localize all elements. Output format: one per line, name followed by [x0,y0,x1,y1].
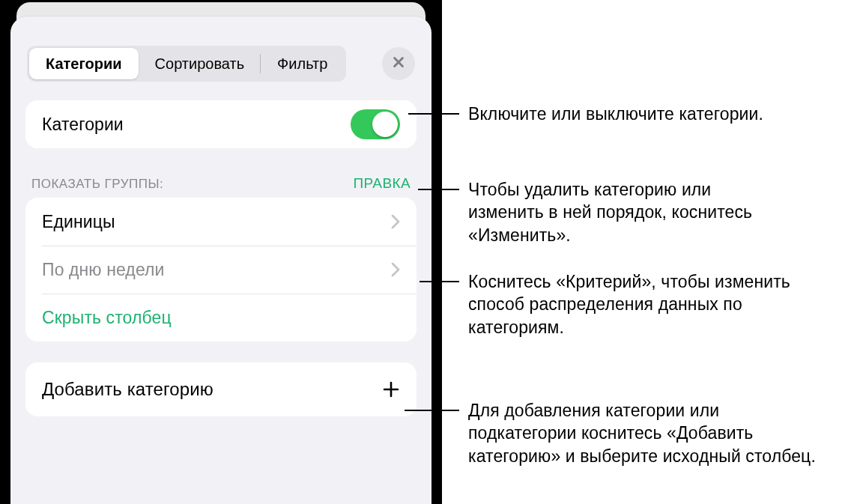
add-category-card: Добавить категорию [25,362,417,416]
categories-toggle-row: Категории [25,100,417,148]
tab-filter-label: Фильтр [277,55,327,73]
add-category-label: Добавить категорию [42,379,213,400]
callout-leader [408,113,459,115]
callout-leader [405,410,459,411]
hide-column-label: Скрыть столбец [42,308,172,328]
groups-section-title: ПОКАЗАТЬ ГРУППЫ: [31,177,163,192]
group-row-1-label: По дню недели [42,260,164,280]
sheet-header: Категории Сортировать Фильтр [10,16,431,87]
add-category-row[interactable]: Добавить категорию [25,362,417,416]
group-row-0[interactable]: Единицы [25,198,417,246]
callout-criteria: Коснитесь «Критерий», чтобы изменить спо… [468,270,820,338]
groups-card: Единицы По дню недели Скрыть столбец [25,198,417,341]
group-row-1[interactable]: По дню недели [25,246,417,294]
hide-column-row[interactable]: Скрыть столбец [25,294,417,341]
callout-leader [420,281,459,282]
callout-leader [418,189,459,190]
segmented-control: Категории Сортировать Фильтр [27,46,346,82]
categories-toggle[interactable] [351,109,400,139]
tab-categories[interactable]: Категории [29,48,139,79]
callout-toggle: Включите или выключите категории. [468,103,763,125]
chevron-right-icon [391,214,400,229]
callout-add: Для добавления категории или подкатегори… [468,399,820,467]
edit-button[interactable]: ПРАВКА [353,175,411,192]
close-button[interactable] [382,47,415,80]
tab-sort[interactable]: Сортировать [139,48,261,79]
toggle-knob [372,112,398,137]
group-row-0-label: Единицы [42,212,115,232]
callout-edit: Чтобы удалить категорию или изменить в н… [468,178,790,246]
categories-toggle-label: Категории [42,115,124,135]
tab-filter[interactable]: Фильтр [261,48,344,79]
groups-section-header: ПОКАЗАТЬ ГРУППЫ: ПРАВКА [31,175,411,192]
plus-icon [382,380,400,398]
device-frame: Категории Сортировать Фильтр [0,0,442,504]
close-icon [392,55,405,72]
categories-toggle-card: Категории [25,100,417,148]
tab-categories-label: Категории [46,55,122,73]
chevron-right-icon [391,262,400,277]
organize-sheet: Категории Сортировать Фильтр [10,16,431,504]
tab-sort-label: Сортировать [155,55,245,73]
